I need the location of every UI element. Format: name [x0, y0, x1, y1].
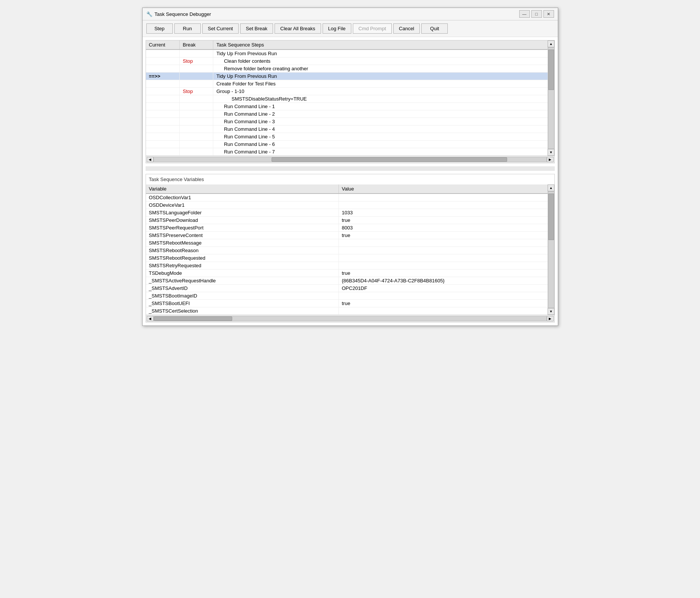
table-row[interactable]: Remove folder before creating another: [146, 65, 548, 73]
table-row[interactable]: ==>>Tidy Up From Previous Run: [146, 73, 548, 80]
close-button[interactable]: ✕: [543, 10, 554, 18]
set-break-button[interactable]: Set Break: [240, 23, 273, 34]
table-row[interactable]: _SMSTSAdvertIDOPC201DF: [146, 285, 548, 292]
vars-scroll-down[interactable]: ▼: [548, 308, 554, 315]
steps-scroll-track[interactable]: [548, 47, 554, 149]
cell-variable: SMSTSRetryRequested: [146, 262, 339, 270]
cell-step: Tidy Up From Previous Run: [213, 50, 548, 57]
cell-value: 1033: [338, 209, 547, 217]
cell-current: [146, 133, 180, 141]
table-row[interactable]: SMSTSPeerDownloadtrue: [146, 217, 548, 224]
maximize-button[interactable]: □: [531, 10, 542, 18]
toolbar: Step Run Set Current Set Break Clear All…: [143, 20, 558, 37]
table-row[interactable]: Run Command Line - 1: [146, 103, 548, 110]
cell-current: [146, 118, 180, 125]
cell-current: [146, 103, 180, 110]
vars-hscroll-track[interactable]: [154, 316, 547, 321]
table-row[interactable]: _SMSTSBootImageID: [146, 292, 548, 300]
table-row[interactable]: TSDebugModetrue: [146, 270, 548, 277]
cell-step: Remove folder before creating another: [213, 65, 548, 73]
cell-step: Tidy Up From Previous Run: [213, 73, 548, 80]
table-row[interactable]: Tidy Up From Previous Run: [146, 50, 548, 57]
cell-variable: SMSTSPreserveContent: [146, 232, 339, 239]
set-current-button[interactable]: Set Current: [202, 23, 239, 34]
cell-variable: SMSTSRebootReason: [146, 247, 339, 254]
table-row[interactable]: _SMSTSActiveRequestHandle{86B345D4-A04F-…: [146, 277, 548, 285]
cell-break: Stop: [180, 88, 213, 95]
minimize-button[interactable]: —: [519, 10, 530, 18]
cell-variable: TSDebugMode: [146, 270, 339, 277]
table-row[interactable]: SMSTSRebootMessage: [146, 239, 548, 247]
steps-scroll-up[interactable]: ▲: [548, 40, 554, 47]
steps-hscroll-right[interactable]: ▶: [547, 157, 554, 162]
table-row[interactable]: SMSTSDisableStatusRetry=TRUE: [146, 95, 548, 103]
cell-step: Group - 1-10: [213, 88, 548, 95]
table-row[interactable]: SMSTSRebootRequested: [146, 254, 548, 262]
cell-step: Run Command Line - 2: [213, 110, 548, 118]
table-row[interactable]: Run Command Line - 5: [146, 133, 548, 141]
steps-panel: Current Break Task Sequence Steps Tidy U…: [146, 40, 555, 163]
vars-scroll-up[interactable]: ▲: [548, 184, 554, 191]
table-row[interactable]: _SMSTSCertSelection: [146, 307, 548, 315]
cancel-button[interactable]: Cancel: [393, 23, 420, 34]
table-row[interactable]: SMSTSPreserveContenttrue: [146, 232, 548, 239]
title-bar-left: 🔧 Task Sequence Debugger: [146, 11, 211, 17]
window-title: Task Sequence Debugger: [155, 11, 211, 17]
vars-scroll-track[interactable]: [548, 191, 554, 308]
cell-break: [180, 110, 213, 118]
cell-step: Create Folder for Test Files: [213, 80, 548, 88]
table-row[interactable]: Run Command Line - 3: [146, 118, 548, 125]
run-button[interactable]: Run: [174, 23, 201, 34]
vars-table-content: Variable Value OSDCollectionVar1OSDDevic…: [146, 184, 548, 315]
cell-current: [146, 50, 180, 57]
cell-value: OPC201DF: [338, 285, 547, 292]
cell-value: [338, 201, 547, 209]
col-header-value: Value: [338, 184, 547, 194]
cell-break: [180, 95, 213, 103]
col-header-break: Break: [180, 40, 213, 50]
table-row[interactable]: Create Folder for Test Files: [146, 80, 548, 88]
table-row[interactable]: SMSTSRetryRequested: [146, 262, 548, 270]
title-bar-controls: — □ ✕: [519, 10, 554, 18]
step-button[interactable]: Step: [146, 23, 173, 34]
cell-variable: _SMSTSAdvertID: [146, 285, 339, 292]
steps-scroll-down[interactable]: ▼: [548, 149, 554, 156]
vars-hscroll-left[interactable]: ◀: [147, 316, 154, 321]
vars-vscrollbar[interactable]: ▲ ▼: [548, 184, 554, 315]
cell-variable: _SMSTSActiveRequestHandle: [146, 277, 339, 285]
cell-value: [338, 262, 547, 270]
table-row[interactable]: SMSTSRebootReason: [146, 247, 548, 254]
cell-variable: SMSTSPeerDownload: [146, 217, 339, 224]
cell-step: Run Command Line - 1: [213, 103, 548, 110]
table-row[interactable]: Run Command Line - 4: [146, 125, 548, 133]
table-row[interactable]: SMSTSPeerRequestPort8003: [146, 224, 548, 232]
table-row[interactable]: Run Command Line - 6: [146, 141, 548, 148]
quit-button[interactable]: Quit: [421, 23, 448, 34]
main-window: 🔧 Task Sequence Debugger — □ ✕ Step Run …: [142, 8, 558, 326]
steps-hscroll-left[interactable]: ◀: [147, 157, 154, 162]
cell-break: [180, 80, 213, 88]
clear-all-breaks-button[interactable]: Clear All Breaks: [275, 23, 321, 34]
log-file-button[interactable]: Log File: [323, 23, 351, 34]
table-row[interactable]: StopClean folder contents: [146, 57, 548, 65]
cell-value: true: [338, 300, 547, 307]
table-row[interactable]: OSDDeviceVar1: [146, 201, 548, 209]
cell-value: [338, 254, 547, 262]
cell-value: [338, 239, 547, 247]
table-row[interactable]: OSDCollectionVar1: [146, 194, 548, 201]
table-row[interactable]: Run Command Line - 7: [146, 148, 548, 156]
app-icon: 🔧: [146, 11, 152, 17]
col-header-variable: Variable: [146, 184, 339, 194]
vars-hscrollbar-row: ◀ ▶: [146, 315, 554, 322]
cell-current: [146, 88, 180, 95]
steps-hscroll-thumb: [272, 157, 507, 162]
table-row[interactable]: StopGroup - 1-10: [146, 88, 548, 95]
table-row[interactable]: SMSTSLanguageFolder1033: [146, 209, 548, 217]
table-row[interactable]: _SMSTSBootUEFItrue: [146, 300, 548, 307]
steps-hscroll-track[interactable]: [154, 157, 547, 162]
table-row[interactable]: Run Command Line - 2: [146, 110, 548, 118]
cell-variable: OSDDeviceVar1: [146, 201, 339, 209]
steps-vscrollbar[interactable]: ▲ ▼: [548, 40, 554, 156]
cell-break: [180, 50, 213, 57]
vars-hscroll-right[interactable]: ▶: [547, 316, 554, 321]
